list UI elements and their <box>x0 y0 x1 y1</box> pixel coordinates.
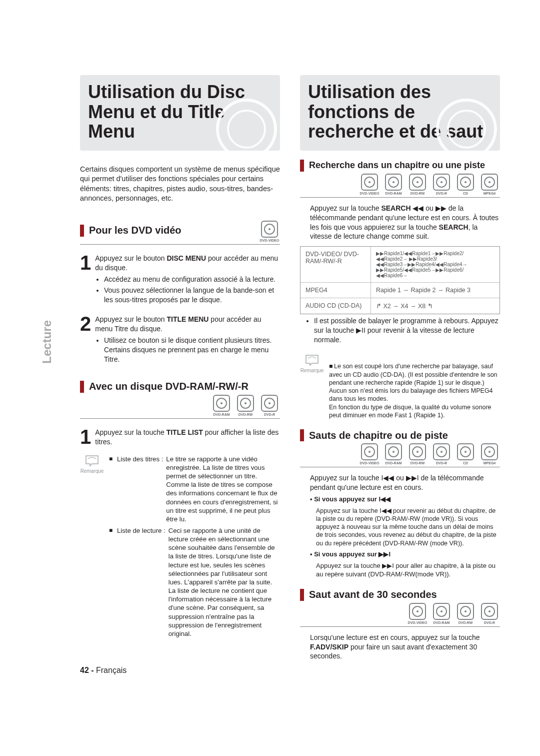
footer-language: Français <box>96 666 126 674</box>
section-rule <box>300 626 500 627</box>
table-row: DVD-VIDEO/ DVD-RAM/-RW/-R ▶▶Rapide1/◀◀Ra… <box>300 247 500 282</box>
disc-icon: DVD-R <box>259 395 280 416</box>
disc-icon: DVD-VIDEO <box>259 221 280 242</box>
step-text: Appuyez sur la touche TITLE LIST pour af… <box>95 428 280 447</box>
disc-icon: MPEG4 <box>479 174 500 195</box>
disc-row: DVD-VIDEO DVD-RAM DVD-RW DVD-R CD MPEG4 <box>300 443 500 465</box>
search-bullets: Il est possible de balayer le programme … <box>305 316 500 346</box>
page-footer: 42 - Français <box>80 666 280 675</box>
table-row: AUDIO CD (CD-DA) ↱ X2 → X4 → X8 ↰ <box>300 298 500 314</box>
section-marker <box>80 381 84 393</box>
section-marker <box>80 225 84 237</box>
note-icon: Remarque <box>300 354 324 419</box>
disc-icon: CD <box>455 443 476 465</box>
section-rule <box>300 467 500 467</box>
section-head-dvd-video: Pour les DVD vidéo DVD-VIDEO <box>80 219 280 242</box>
sidebar-section-label: Lecture <box>40 320 54 364</box>
left-title-box: Utilisation du Disc Menu et du Title Men… <box>80 75 280 151</box>
definition-row: ■ Liste de lecture : Ceci se rapporte à … <box>109 526 280 638</box>
section-rule <box>80 244 280 245</box>
square-bullet-icon: ■ <box>109 455 114 523</box>
table-cell: AUDIO CD (CD-DA) <box>300 298 371 314</box>
disc-icon: DVD-RAM <box>431 603 452 624</box>
section-rule <box>300 197 500 198</box>
disc-icon: DVD-RAM <box>211 395 232 416</box>
definition-label: Liste de lecture : <box>117 526 166 638</box>
step-text: Appuyez sur le bouton TITLE MENU pour ac… <box>95 315 280 334</box>
table-cell: ▶▶Rapide1/◀◀Rapide1→▶▶Rapide2/◀◀Rapide2→… <box>371 247 500 282</box>
disc-icon: DVD-R <box>431 443 452 465</box>
section-marker <box>300 160 304 172</box>
section-title: Pour les DVD vidéo <box>89 225 254 236</box>
definition-value: Ceci se rapporte à une unité de lecture … <box>168 526 280 638</box>
sidebar: Lecture <box>40 75 60 675</box>
disc-icon: MPEG4 <box>479 443 500 465</box>
note-icon: Remarque <box>80 455 104 641</box>
page: Lecture Utilisation du Disc Menu et du T… <box>0 0 540 705</box>
note-body: ■Le son est coupé lors d'une recherche p… <box>329 354 500 419</box>
table-cell: Rapide 1 → Rapide 2 → Rapide 3 <box>371 283 500 298</box>
table-cell: DVD-VIDEO/ DVD-RAM/-RW/-R <box>300 247 371 282</box>
section-head-skip: Sauts de chapitre ou de piste <box>300 429 500 441</box>
speed-table: DVD-VIDEO/ DVD-RAM/-RW/-R ▶▶Rapide1/◀◀Ra… <box>300 246 500 314</box>
step-2-bullets: Utilisez ce bouton si le disque contient… <box>95 336 280 366</box>
sub-heading: • Si vous appuyez sur I◀◀ <box>300 495 500 504</box>
table-row: MPEG4 Rapide 1 → Rapide 2 → Rapide 3 <box>300 282 500 298</box>
definition-label: Liste des titres : <box>117 455 163 523</box>
page-number: 42 - <box>80 666 96 674</box>
definition-value: Le titre se rapporte à une vidéo enregis… <box>166 455 280 523</box>
left-column: Utilisation du Disc Menu et du Title Men… <box>80 75 280 675</box>
section-marker <box>300 589 304 601</box>
disc-icon: DVD-RW <box>407 443 428 465</box>
step-text: Appuyez sur le bouton DISC MENU pour acc… <box>95 254 280 273</box>
sub-body: Appuyez sur la touche ▶▶I pour aller au … <box>300 562 500 579</box>
table-cell: MPEG4 <box>300 283 371 298</box>
30sec-paragraph: Lorsqu'une lecture est en cours, appuyez… <box>300 633 500 661</box>
step-number: 2 <box>80 315 91 334</box>
disc-icon: DVD-R <box>479 603 500 624</box>
section-title: Avec un disque DVD-RAM/-RW/-R <box>89 381 280 392</box>
disc-icon: DVD-VIDEO <box>407 603 428 624</box>
disc-row: DVD-RAM DVD-RW DVD-R <box>80 395 280 416</box>
section-rule <box>80 418 280 419</box>
section-title: Sauts de chapitre ou de piste <box>309 430 500 441</box>
disc-icon: DVD-R <box>431 174 452 195</box>
disc-icon: CD <box>455 174 476 195</box>
step-1-bullets: Accédez au menu de configuration associé… <box>95 275 280 306</box>
sub-heading: • Si vous appuyez sur ▶▶I <box>300 550 500 559</box>
disc-icon: DVD-RAM <box>383 174 404 195</box>
disc-icon: DVD-RW <box>235 395 256 416</box>
bullet: Il est possible de balayer le programme … <box>314 316 500 345</box>
table-cell: ↱ X2 → X4 → X8 ↰ <box>371 298 500 314</box>
step-1: 1 Appuyez sur le bouton DISC MENU pour a… <box>80 254 280 273</box>
bullet: Accédez au menu de configuration associé… <box>104 275 280 284</box>
right-title-box: Utilisation des fonctions de recherche e… <box>300 75 500 151</box>
section-head-30sec: Saut avant de 30 secondes <box>300 589 500 601</box>
section-head-dvd-ram: Avec un disque DVD-RAM/-RW/-R <box>80 381 280 393</box>
disc-row: DVD-VIDEO <box>259 221 280 242</box>
disc-icon: DVD-RW <box>407 174 428 195</box>
section-marker <box>300 429 304 441</box>
sub-body: Appuyez sur la touche I◀◀ pour revenir a… <box>300 507 500 547</box>
disc-icon: DVD-RAM <box>383 443 404 465</box>
note-row: Remarque ■ Liste des titres : Le titre s… <box>80 455 280 641</box>
step-2: 2 Appuyez sur le bouton TITLE MENU pour … <box>80 315 280 334</box>
section-head-search: Recherche dans un chapitre ou une piste <box>300 160 500 172</box>
square-bullet-icon: ■ <box>109 526 114 638</box>
note-row: Remarque ■Le son est coupé lors d'une re… <box>300 354 500 419</box>
right-column: Utilisation des fonctions de recherche e… <box>300 75 500 675</box>
disc-icon: DVD-RW <box>455 603 476 624</box>
disc-row: DVD-VIDEO DVD-RAM DVD-RW DVD-R <box>300 603 500 624</box>
step-number: 1 <box>80 254 91 273</box>
step-1: 1 Appuyez sur la touche TITLE LIST pour … <box>80 428 280 447</box>
left-intro: Certains disques comportent un système d… <box>80 165 280 204</box>
bullet: Utilisez ce bouton si le disque contient… <box>104 336 280 364</box>
disc-icon: DVD-VIDEO <box>359 443 380 465</box>
section-title: Recherche dans un chapitre ou une piste <box>309 160 500 171</box>
section-title: Saut avant de 30 secondes <box>309 589 500 600</box>
skip-paragraph: Appuyez sur la touche I◀◀ ou ▶▶I de la t… <box>300 473 500 492</box>
disc-icon: DVD-VIDEO <box>359 174 380 195</box>
bullet: Vous pouvez sélectionner la langue de la… <box>104 286 280 305</box>
search-paragraph: Appuyez sur la touche SEARCH ◀◀ ou ▶▶ de… <box>300 204 500 242</box>
disc-row: DVD-VIDEO DVD-RAM DVD-RW DVD-R CD MPEG4 <box>300 174 500 195</box>
